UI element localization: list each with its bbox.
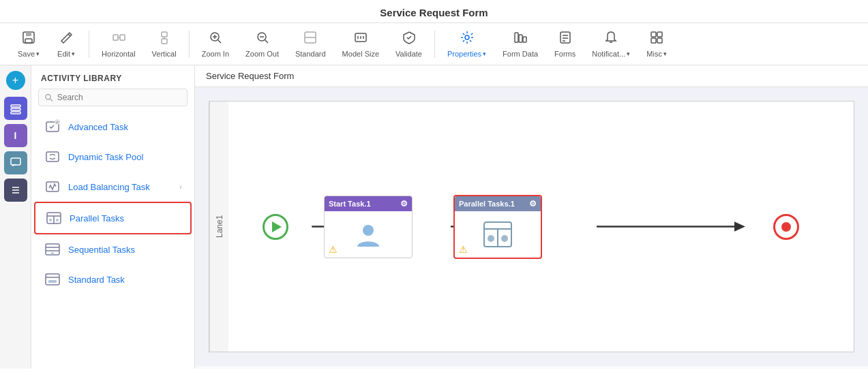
toolbar-horizontal[interactable]: Horizontal [95, 27, 143, 61]
start-node[interactable] [263, 214, 288, 240]
activity-item-dynamic-task-pool[interactable]: Dynamic Task Pool [34, 142, 192, 172]
notifications-label: Notificat... [592, 50, 625, 58]
vertical-label: Vertical [152, 50, 177, 58]
svg-rect-7 [162, 39, 167, 44]
svg-rect-34 [657, 38, 662, 43]
search-input[interactable] [57, 93, 181, 102]
model-size-label: Model Size [342, 50, 379, 58]
task-node-parallel-tasks[interactable]: Parallel Tasks.1 ⚙ ⚠ [453, 195, 542, 259]
main-layout: + I ACTIVITY LIBRARY [0, 65, 868, 369]
advanced-task-label: Advanced Task [68, 122, 128, 132]
save-chevron: ▾ [36, 50, 40, 57]
activity-item-advanced-task[interactable]: Advanced Task [34, 112, 192, 142]
svg-point-68 [501, 235, 508, 242]
svg-rect-25 [523, 37, 526, 42]
forms-icon [558, 30, 573, 48]
task-gear-icon-2[interactable]: ⚙ [529, 199, 537, 209]
misc-icon [649, 30, 664, 48]
task-body-start: ⚠ [325, 211, 412, 258]
lane-content: Start Task.1 ⚙ ⚠ [228, 102, 854, 352]
svg-rect-46 [46, 152, 59, 161]
standard-task-label: Standard Task [68, 275, 125, 285]
toolbar-zoom-in[interactable]: Zoom In [195, 27, 236, 61]
toolbar-forms[interactable]: Forms [548, 27, 582, 61]
svg-rect-24 [519, 35, 522, 42]
svg-point-42 [46, 94, 50, 99]
task-warning-2: ⚠ [459, 244, 468, 255]
model-size-icon [353, 30, 368, 48]
standard-icon [303, 30, 318, 48]
text-icon-btn[interactable]: I [4, 124, 27, 147]
add-button[interactable]: + [6, 71, 25, 90]
lane-label: Lane1 [209, 102, 228, 352]
list-icon-btn[interactable] [4, 179, 27, 202]
activity-panel: ACTIVITY LIBRARY Advanced Task [31, 65, 195, 369]
sequential-tasks-icon [44, 241, 61, 258]
lane: Lane1 [209, 101, 854, 352]
edit-label: Edit [57, 50, 70, 58]
svg-rect-33 [651, 38, 656, 43]
svg-point-67 [488, 235, 494, 242]
activity-item-sequential-tasks[interactable]: Sequential Tasks [34, 234, 192, 264]
activity-item-load-balancing-task[interactable]: Load Balancing Task ‹ [34, 172, 192, 202]
activity-list: Advanced Task Dynamic Task Pool [31, 112, 194, 369]
svg-point-22 [465, 35, 469, 40]
notifications-chevron: ▾ [627, 50, 630, 57]
validate-label: Validate [395, 50, 422, 58]
task-gear-icon-1[interactable]: ⚙ [400, 199, 408, 209]
canvas-area[interactable]: Service Request Form Lane1 [195, 65, 868, 369]
properties-chevron: ▾ [483, 50, 486, 57]
vertical-icon [157, 30, 172, 48]
standard-task-icon [44, 271, 61, 288]
parallel-tasks-icon [45, 209, 63, 227]
svg-point-56 [51, 252, 54, 255]
horizontal-icon [111, 30, 126, 48]
svg-rect-1 [26, 32, 31, 36]
notifications-icon [603, 30, 618, 48]
advanced-task-icon [44, 118, 61, 136]
load-balancing-task-label: Load Balancing Task [68, 182, 150, 192]
toolbar-notifications[interactable]: Notificat... ▾ [585, 27, 637, 61]
task-body-parallel: ⚠ [455, 211, 541, 258]
zoom-out-icon [255, 30, 270, 48]
parallel-tasks-label: Parallel Tasks [70, 213, 124, 224]
layers-icon-btn[interactable] [4, 97, 27, 120]
toolbar-save[interactable]: Save ▾ [11, 27, 46, 61]
activity-item-parallel-tasks[interactable]: Parallel Tasks [34, 202, 192, 234]
canvas-title-bar: Service Request Form [195, 65, 868, 87]
end-stop-icon [781, 222, 791, 232]
toolbar-standard[interactable]: Standard [288, 27, 333, 61]
page-title: Service Request Form [0, 0, 868, 23]
load-balancing-chevron[interactable]: ‹ [179, 183, 182, 191]
toolbar-zoom-out[interactable]: Zoom Out [239, 27, 286, 61]
svg-line-43 [50, 99, 53, 101]
activity-library-title: ACTIVITY LIBRARY [31, 65, 194, 89]
svg-rect-36 [11, 108, 20, 110]
toolbar-vertical[interactable]: Vertical [145, 27, 183, 61]
divider-1 [89, 31, 89, 58]
end-node[interactable] [773, 214, 799, 240]
forms-label: Forms [554, 50, 575, 58]
validate-icon [402, 30, 417, 48]
zoom-in-label: Zoom In [202, 50, 229, 58]
activity-item-standard-task[interactable]: Standard Task [34, 264, 192, 294]
task-node-start-task[interactable]: Start Task.1 ⚙ ⚠ [324, 196, 413, 258]
svg-rect-31 [651, 32, 656, 37]
toolbar-validate[interactable]: Validate [389, 27, 429, 61]
toolbar-model-size[interactable]: Model Size [335, 27, 386, 61]
task-warning-1: ⚠ [329, 244, 338, 255]
canvas-content[interactable]: Lane1 [195, 87, 868, 366]
task-header-parallel-tasks: Parallel Tasks.1 ⚙ [455, 196, 541, 211]
svg-rect-4 [120, 35, 125, 40]
search-box[interactable] [38, 89, 188, 106]
chat-icon-btn[interactable] [4, 151, 27, 174]
svg-point-51 [49, 219, 52, 221]
toolbar-properties[interactable]: Properties ▾ [440, 27, 493, 61]
svg-point-63 [363, 225, 374, 236]
toolbar-edit[interactable]: Edit ▾ [49, 27, 83, 61]
toolbar-misc[interactable]: Misc ▾ [640, 27, 674, 61]
user-icon [353, 219, 383, 249]
toolbar-form-data[interactable]: Form Data [496, 27, 545, 61]
task-title-parallel: Parallel Tasks.1 [459, 200, 515, 208]
svg-rect-32 [657, 32, 662, 37]
